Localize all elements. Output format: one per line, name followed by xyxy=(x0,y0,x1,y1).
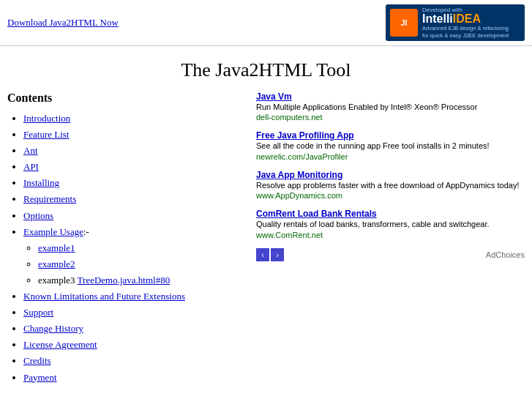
contents-section: Contents Introduction Feature List Ant A… xyxy=(7,92,241,386)
ad-navigation: ‹ › AdChoices xyxy=(256,248,525,261)
list-item: Ant xyxy=(23,143,241,159)
nav-license[interactable]: License Agreement xyxy=(23,339,97,350)
nav-example2[interactable]: example2 xyxy=(38,258,75,269)
nav-feature-list[interactable]: Feature List xyxy=(23,129,69,140)
nav-example-usage[interactable]: Example Usage xyxy=(23,226,83,237)
ad-item-1: Java Vm Run Multiple Applications Enable… xyxy=(256,92,525,122)
ad-title-4[interactable]: ComRent Load Bank Rentals xyxy=(256,209,525,219)
intellij-brand: IntelliIDEA xyxy=(422,13,509,25)
list-item: Requirements xyxy=(23,191,241,207)
ad-item-2: Free Java Profiling App See all the code… xyxy=(256,130,525,160)
nav-payment[interactable]: Payment xyxy=(23,372,57,383)
nav-credits[interactable]: Credits xyxy=(23,355,51,366)
ad-title-3[interactable]: Java App Monitoring xyxy=(256,170,525,180)
left-column: Contents Introduction Feature List Ant A… xyxy=(7,92,241,399)
list-item: Introduction xyxy=(23,111,241,127)
nav-limitations[interactable]: Known Limitations and Future Extensions xyxy=(23,291,185,302)
nav-api[interactable]: API xyxy=(23,161,39,172)
nav-support[interactable]: Support xyxy=(23,307,53,318)
list-item: Payment xyxy=(23,370,241,386)
nav-introduction[interactable]: Introduction xyxy=(23,113,70,124)
ad-nav-buttons: ‹ › xyxy=(256,248,284,261)
ad-desc-2: See all the code in the running app Free… xyxy=(256,141,525,152)
nav-ant[interactable]: Ant xyxy=(23,145,38,156)
ad-desc-1: Run Multiple Applications Enabled by Int… xyxy=(256,102,525,113)
list-item: Credits xyxy=(23,353,241,369)
intellij-brand-accent: IDEA xyxy=(453,12,481,25)
ad-title-2[interactable]: Free Java Profiling App xyxy=(256,130,525,141)
ad-next-button[interactable]: › xyxy=(271,248,284,261)
ad-url-3[interactable]: www.AppDynamics.com xyxy=(256,191,525,200)
intellij-banner[interactable]: JI Developed with IntelliIDEA Advanced E… xyxy=(386,4,525,41)
list-item: Installing xyxy=(23,175,241,191)
ad-desc-4: Quality rentals of load banks, transform… xyxy=(256,219,525,230)
list-item: example1 xyxy=(38,240,241,256)
ad-block: Java Vm Run Multiple Applications Enable… xyxy=(256,92,525,261)
intellij-logo-icon: JI xyxy=(390,9,418,37)
ad-item-4: ComRent Load Bank Rentals Quality rental… xyxy=(256,209,525,239)
download-link[interactable]: Download Java2HTML Now xyxy=(7,17,119,29)
ad-choices-label[interactable]: AdChoices xyxy=(486,250,525,259)
ad-url-4[interactable]: www.ComRent.net xyxy=(256,231,525,239)
nav-change-history[interactable]: Change History xyxy=(23,323,83,334)
ad-item-3: Java App Monitoring Resolve app problems… xyxy=(256,170,525,200)
nav-options[interactable]: Options xyxy=(23,210,53,221)
list-item: example3 TreeDemo.java.html#80 xyxy=(38,272,241,288)
nav-requirements[interactable]: Requirements xyxy=(23,193,76,204)
intellij-tagline: Advanced EJB design & refactoringfor qui… xyxy=(422,25,509,40)
contents-list: Introduction Feature List Ant API Instal… xyxy=(7,111,241,386)
page-title: The Java2HTML Tool xyxy=(0,46,532,92)
right-column: Java Vm Run Multiple Applications Enable… xyxy=(256,92,525,399)
list-item: Example Usage:- example1 example2 exampl… xyxy=(23,224,241,288)
nav-example3[interactable]: TreeDemo.java.html#80 xyxy=(78,275,171,286)
list-item: Options xyxy=(23,208,241,224)
list-item: Support xyxy=(23,305,241,321)
ad-prev-button[interactable]: ‹ xyxy=(256,248,269,261)
main-layout: Contents Introduction Feature List Ant A… xyxy=(0,92,532,399)
ad-url-2[interactable]: newrelic.com/JavaProfiler xyxy=(256,152,525,161)
nav-example1[interactable]: example1 xyxy=(38,242,75,253)
ad-title-1[interactable]: Java Vm xyxy=(256,92,525,102)
intellij-text: Developed with IntelliIDEA Advanced EJB … xyxy=(422,7,509,40)
list-item: Change History xyxy=(23,321,241,337)
ad-desc-3: Resolve app problems faster with a free … xyxy=(256,180,525,191)
ad-url-1[interactable]: dell-computers.net xyxy=(256,113,525,122)
list-item: License Agreement xyxy=(23,337,241,353)
list-item: Feature List xyxy=(23,127,241,143)
list-item: example2 xyxy=(38,256,241,272)
example-usage-sublist: example1 example2 example3 TreeDemo.java… xyxy=(23,240,241,288)
nav-installing[interactable]: Installing xyxy=(23,177,59,188)
contents-heading: Contents xyxy=(7,92,241,105)
list-item: Known Limitations and Future Extensions xyxy=(23,288,241,305)
list-item: API xyxy=(23,159,241,175)
top-bar: Download Java2HTML Now JI Developed with… xyxy=(0,0,532,46)
